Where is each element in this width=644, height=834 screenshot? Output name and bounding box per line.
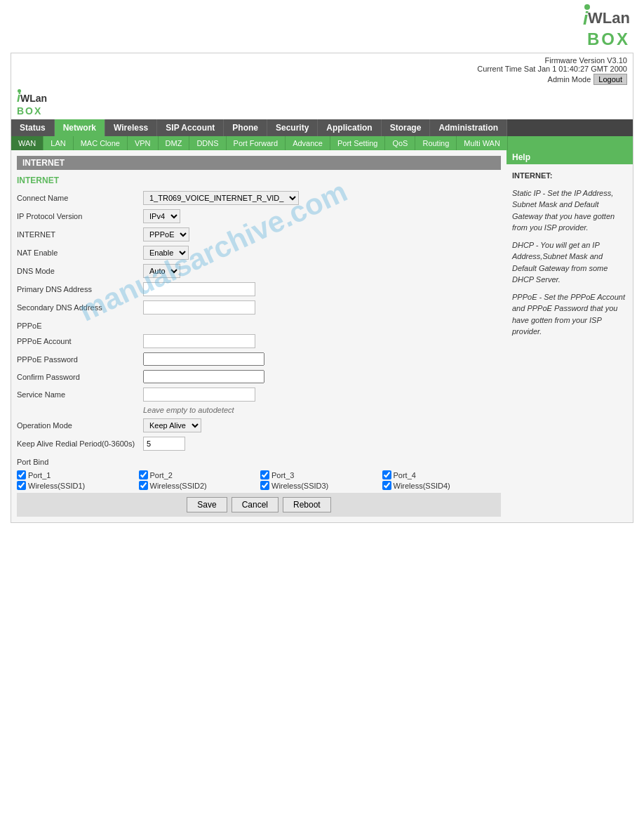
port-1-checkbox[interactable] [17,470,26,479]
pppoe-account-label: PPPoE Account [17,337,143,345]
inner-logo-box: BOX [17,105,42,117]
subnav-multi-wan[interactable]: Multi WAN [457,136,508,150]
dns-mode-select[interactable]: Auto [143,264,180,278]
cancel-button[interactable]: Cancel [232,497,279,512]
pppoe-password-input[interactable] [143,352,264,366]
inner-logo-wlan: WLan [20,93,47,104]
connect-name-select[interactable]: 1_TR069_VOICE_INTERNET_R_VID_ [143,191,299,205]
keep-alive-label: Keep Alive Redial Period(0-3600s) [17,439,143,448]
help-content: INTERNET: Static IP - Set the IP Address… [507,164,633,349]
keep-alive-row: Keep Alive Redial Period(0-3600s) [17,437,501,451]
firmware-bar: Firmware Version V3.10 Current Time Sat … [11,53,633,88]
subnav-qos[interactable]: QoS [385,136,415,150]
subnav-routing[interactable]: Routing [415,136,457,150]
confirm-password-row: Confirm Password [17,370,501,383]
subnav-vpn[interactable]: VPN [128,136,159,150]
wireless-ssid1-label: Wireless(SSID1) [28,482,85,490]
help-dhcp-text: DHCP - You will get an IP Address,Subnet… [512,241,608,284]
action-bar: Save Cancel Reboot [17,493,501,517]
wireless-ssid2-label: Wireless(SSID2) [150,482,207,490]
wireless-ssid4-label: Wireless(SSID4) [394,482,450,490]
port-4-item: Port_4 Wireless(SSID4) [382,470,502,490]
wireless-ssid4-checkbox[interactable] [382,481,391,490]
help-static-ip-text: Static IP - Set the IP Address, Subnet M… [512,189,615,232]
primary-dns-label: Primary DNS Address [17,285,143,293]
dns-mode-label: DNS Mode [17,267,143,275]
service-name-row: Service Name [17,388,501,402]
pppoe-password-row: PPPoE Password [17,352,501,366]
nat-enable-row: NAT Enable Enable [17,246,501,260]
main-nav: Status Network Wireless SIP Account Phon… [11,119,633,136]
subnav-port-setting[interactable]: Port Setting [330,136,385,150]
nav-status[interactable]: Status [11,119,55,136]
reboot-button[interactable]: Reboot [283,497,331,512]
port-2-checkbox[interactable] [139,470,148,479]
logo-box-text: BOX [583,29,630,49]
confirm-password-input[interactable] [143,370,264,383]
wireless-ssid2-checkbox[interactable] [139,481,148,490]
inner-logo-i: i [17,91,20,105]
port-1-label: Port_1 [28,471,51,479]
keep-alive-input[interactable] [143,437,185,451]
nav-application[interactable]: Application [318,119,381,136]
service-name-input[interactable] [143,388,255,402]
primary-dns-input[interactable] [143,282,255,296]
port-3-item: Port_3 Wireless(SSID3) [260,470,380,490]
inner-logo: i WLan BOX [17,91,47,117]
ip-protocol-row: IP Protocol Version IPv4 [17,209,501,223]
internet-select[interactable]: PPPoE [143,227,189,241]
nav-administration[interactable]: Administration [430,119,507,136]
firmware-version: Firmware Version V3.10 [545,56,627,65]
nat-enable-select[interactable]: Enable [143,246,189,260]
nav-storage[interactable]: Storage [382,119,431,136]
port-4-checkbox[interactable] [382,470,391,479]
pppoe-account-row: PPPoE Account [17,334,501,348]
subnav-wan[interactable]: WAN [11,136,43,150]
wireless-ssid1-checkbox[interactable] [17,481,26,490]
logout-button[interactable]: Logout [593,74,627,85]
pppoe-account-input[interactable] [143,334,255,348]
logo-i-letter: i [583,8,588,29]
secondary-dns-input[interactable] [143,300,255,315]
subnav-ddns[interactable]: DDNS [189,136,226,150]
subnav-lan[interactable]: LAN [43,136,73,150]
logo-wlan-text: WLan [588,9,630,27]
nav-phone[interactable]: Phone [224,119,267,136]
port-bind-grid: Port_1 Wireless(SSID1) Port_2 [17,470,501,490]
subnav-dmz[interactable]: DMZ [159,136,190,150]
nat-enable-label: NAT Enable [17,249,143,257]
operation-mode-label: Operation Mode [17,421,143,430]
port-1-item: Port_1 Wireless(SSID1) [17,470,136,490]
pppoe-title: PPPoE [17,322,143,330]
confirm-password-label: Confirm Password [17,373,143,381]
help-panel: Help INTERNET: Static IP - Set the IP Ad… [507,150,633,522]
internet-label: INTERNET [17,230,143,239]
pppoe-title-row: PPPoE [17,322,501,330]
port-2-item: Port_2 Wireless(SSID2) [139,470,258,490]
operation-mode-select[interactable]: Keep Alive [143,418,201,432]
subnav-advance[interactable]: Advance [286,136,330,150]
help-title: Help [507,150,633,164]
connect-name-label: Connect Name [17,194,143,202]
current-time: Current Time Sat Jan 1 01:40:27 GMT 2000 [477,65,627,73]
port-4-label: Port_4 [394,471,416,479]
subnav-port-forward[interactable]: Port Forward [227,136,286,150]
admin-mode-label: Admin Mode [548,75,591,84]
ip-protocol-select[interactable]: IPv4 [143,209,180,223]
nav-sip-account[interactable]: SIP Account [157,119,224,136]
nav-network[interactable]: Network [55,119,105,136]
top-logo: i WLan BOX [583,7,630,49]
section-label: INTERNET [17,176,501,185]
inner-header: i WLan BOX [11,88,633,119]
port-3-checkbox[interactable] [260,470,269,479]
nav-wireless[interactable]: Wireless [105,119,157,136]
secondary-dns-row: Secondary DNS Address [17,300,501,315]
port-bind-title: Port Bind [17,458,501,466]
nav-security[interactable]: Security [267,119,318,136]
service-name-label: Service Name [17,390,143,399]
save-button[interactable]: Save [187,497,227,512]
subnav-mac-clone[interactable]: MAC Clone [74,136,128,150]
wireless-ssid3-checkbox[interactable] [260,481,269,490]
port-bind-section: Port Bind Port_1 Wireless(SSID1) [17,458,501,490]
port-2-label: Port_2 [150,471,173,479]
